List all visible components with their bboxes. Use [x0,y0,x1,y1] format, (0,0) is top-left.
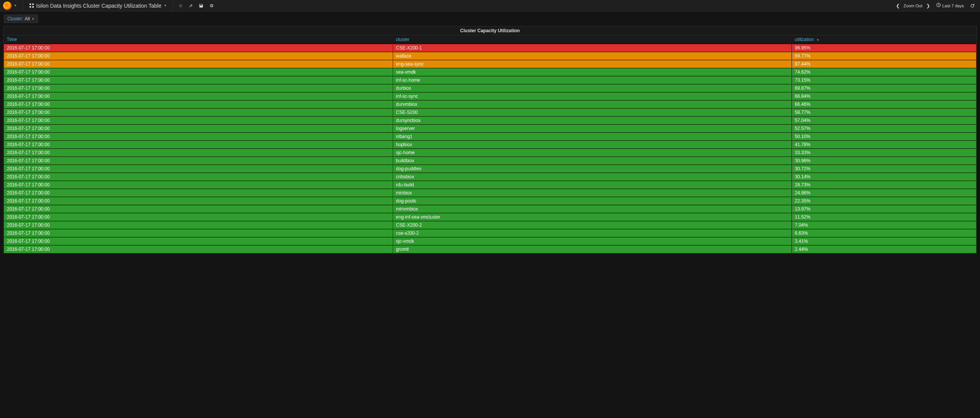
cell-cluster: nlbang1 [393,133,792,141]
divider [23,0,23,12]
cell-cluster: cse-x200-2 [393,229,792,237]
table-row: 2016-07-17 17:00:00dursyncbiox57.04% [4,117,977,125]
table-row: 2016-07-17 17:00:00minvmbiox13.97% [4,205,977,213]
table-row: 2016-07-17 17:00:00CSE-X200-27.04% [4,221,977,229]
table-row: 2016-07-17 17:00:00durvmbiox66.46% [4,100,977,109]
cell-utilization: 52.57% [792,125,976,133]
cell-time: 2016-07-17 17:00:00 [4,181,393,189]
cell-cluster: minbiox [393,189,792,197]
cell-cluster: cribsbiox [393,173,792,181]
table-row: 2016-07-17 17:00:00cribsbiox30.14% [4,173,977,181]
cell-utilization: 66.46% [792,100,976,109]
cell-cluster: sea-vmdk [393,68,792,76]
cell-time: 2016-07-17 17:00:00 [4,76,393,84]
cell-time: 2016-07-17 17:00:00 [4,189,393,197]
capacity-panel: Cluster Capacity Utilization Time cluste… [3,26,977,254]
table-row: 2016-07-17 17:00:00nlbang150.10% [4,133,977,141]
cell-cluster: buildbiox [393,157,792,165]
cell-utilization: 6.63% [792,229,976,237]
table-row: 2016-07-17 17:00:00sjc-home33.33% [4,149,977,157]
table-row: 2016-07-17 17:00:00gromit2.44% [4,245,977,253]
cell-time: 2016-07-17 17:00:00 [4,141,393,149]
time-range-label: Last 7 days [942,3,964,8]
cell-utilization: 22.35% [792,197,976,205]
main-menu-caret-icon[interactable]: ▼ [14,4,17,7]
panel-title[interactable]: Cluster Capacity Utilization [3,26,977,35]
cell-cluster: minvmbiox [393,205,792,213]
cell-time: 2016-07-17 17:00:00 [4,245,393,253]
cell-time: 2016-07-17 17:00:00 [4,52,393,60]
cell-time: 2016-07-17 17:00:00 [4,221,393,229]
cell-utilization: 87.44% [792,60,976,68]
cell-utilization: 73.15% [792,76,976,84]
cell-utilization: 24.96% [792,189,976,197]
grafana-logo-icon[interactable] [3,2,12,10]
cell-cluster: durbiox [393,84,792,92]
filter-value: All [25,16,30,21]
cell-utilization: 2.44% [792,245,976,253]
cell-cluster: hopbiox [393,141,792,149]
cell-time: 2016-07-17 17:00:00 [4,165,393,173]
share-icon[interactable]: ⇗ [187,3,195,8]
template-vars-bar: Cluster: All ▼ [0,12,980,26]
cell-time: 2016-07-17 17:00:00 [4,100,393,109]
cell-utilization: 57.04% [792,117,976,125]
cell-time: 2016-07-17 17:00:00 [4,157,393,165]
table-row: 2016-07-17 17:00:00cse-x200-26.63% [4,229,977,237]
table-row: 2016-07-17 17:00:00hopbiox41.78% [4,141,977,149]
cell-utilization: 30.96% [792,157,976,165]
table-row: 2016-07-17 17:00:00dog-puddles30.72% [4,165,977,173]
cell-time: 2016-07-17 17:00:00 [4,173,393,181]
cell-time: 2016-07-17 17:00:00 [4,109,393,117]
cell-time: 2016-07-17 17:00:00 [4,229,393,237]
cluster-variable-picker[interactable]: Cluster: All ▼ [4,15,38,23]
cell-time: 2016-07-17 17:00:00 [4,133,393,141]
cell-time: 2016-07-17 17:00:00 [4,149,393,157]
refresh-icon[interactable] [968,3,977,8]
table-row: 2016-07-17 17:00:00inf-sc-sync66.84% [4,92,977,100]
cell-utilization: 11.52% [792,213,976,221]
cell-utilization: 3.41% [792,237,976,245]
filter-label: Cluster: [7,16,23,21]
nav-prev-icon[interactable]: ❮ [894,3,902,8]
col-header-utilization[interactable]: utilization ▼ [792,35,976,44]
gear-icon[interactable]: ⚙ [207,3,216,8]
cell-utilization: 30.72% [792,165,976,173]
table-row: 2016-07-17 17:00:00logserver52.57% [4,125,977,133]
nav-next-icon[interactable]: ❯ [924,3,932,8]
table-row: 2016-07-17 17:00:00eng-sea-sync87.44% [4,60,977,68]
cell-cluster: dog-pools [393,197,792,205]
star-icon[interactable]: ☆ [176,3,185,8]
cell-cluster: CSE-X200-2 [393,221,792,229]
cell-cluster: durvmbiox [393,100,792,109]
cell-utilization: 58.77% [792,109,976,117]
save-icon[interactable] [197,3,206,8]
cell-cluster: dog-puddles [393,165,792,173]
cell-time: 2016-07-17 17:00:00 [4,125,393,133]
table-body: 2016-07-17 17:00:00CSE-X200-196.95%2016-… [4,44,977,253]
cell-utilization: 50.10% [792,133,976,141]
table-row: 2016-07-17 17:00:00inf-sc-home73.15% [4,76,977,84]
cell-cluster: sjc-home [393,149,792,157]
cell-time: 2016-07-17 17:00:00 [4,92,393,100]
table-row: 2016-07-17 17:00:00eng-inf-sea-vmcluster… [4,213,977,221]
time-range-picker[interactable]: Last 7 days [934,3,966,8]
col-header-time[interactable]: Time [4,35,393,44]
table-row: 2016-07-17 17:00:00dog-pools22.35% [4,197,977,205]
cell-time: 2016-07-17 17:00:00 [4,197,393,205]
dashboard-picker[interactable]: Isilon Data Insights Cluster Capacity Ut… [26,3,170,9]
cell-utilization: 7.04% [792,221,976,229]
col-header-cluster[interactable]: cluster [393,35,792,44]
table-row: 2016-07-17 17:00:00sjc-vmdk3.41% [4,237,977,245]
divider [173,0,173,12]
table-row: 2016-07-17 17:00:00rdu-build28.73% [4,181,977,189]
chevron-down-icon: ▼ [164,4,167,7]
cell-utilization: 41.78% [792,141,976,149]
cell-cluster: dursyncbiox [393,117,792,125]
cell-time: 2016-07-17 17:00:00 [4,68,393,76]
table-row: 2016-07-17 17:00:00CSE-X200-196.95% [4,44,977,52]
cell-time: 2016-07-17 17:00:00 [4,60,393,68]
cell-cluster: eng-inf-sea-vmcluster [393,213,792,221]
cell-cluster: inf-sc-sync [393,92,792,100]
zoom-out-button[interactable]: Zoom Out [904,3,922,8]
